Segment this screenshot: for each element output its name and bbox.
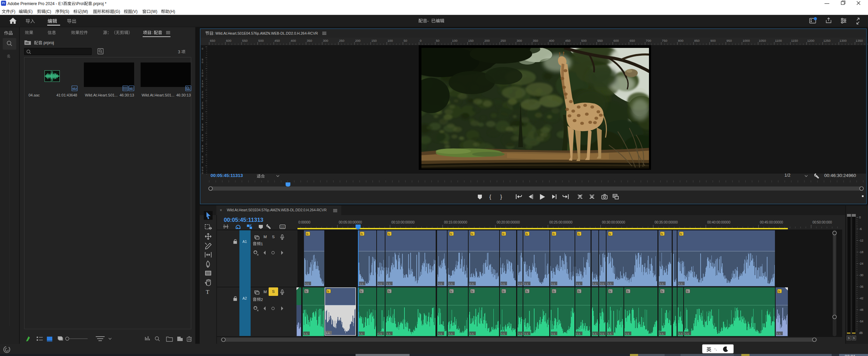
svg-text:-36: -36 <box>859 285 864 288</box>
svg-text:L-L: L-L <box>519 282 523 285</box>
svg-text:(E): (E) <box>27 9 33 14</box>
svg-text:L-L: L-L <box>660 332 664 335</box>
svg-text:1050: 1050 <box>759 39 766 42</box>
svg-text:(W): (W) <box>151 9 157 14</box>
svg-text:fx: fx <box>361 232 363 236</box>
svg-text:}: } <box>500 194 502 200</box>
svg-text:250: 250 <box>501 39 506 42</box>
svg-text:fx: fx <box>471 232 473 236</box>
svg-text:0: 0 <box>202 47 203 50</box>
svg-text:100: 100 <box>387 39 393 42</box>
svg-text:fx: fx <box>661 290 663 293</box>
svg-text:fx: fx <box>627 290 629 293</box>
svg-text:L-L: L-L <box>601 332 604 335</box>
svg-text:0: 0 <box>202 139 203 142</box>
svg-text:900: 900 <box>710 39 716 42</box>
svg-text:fx: fx <box>680 232 682 236</box>
svg-text:0: 0 <box>202 85 203 88</box>
svg-text:fx: fx <box>305 290 307 293</box>
svg-text:500: 500 <box>581 39 586 42</box>
svg-text:800: 800 <box>678 39 684 42</box>
svg-text:0: 0 <box>420 39 421 42</box>
svg-text:L-L: L-L <box>552 332 556 335</box>
svg-text:-: - <box>427 18 429 23</box>
svg-text:700: 700 <box>646 39 651 42</box>
svg-text:150: 150 <box>371 39 377 42</box>
svg-text:L-L: L-L <box>439 332 442 335</box>
svg-text:1250: 1250 <box>824 39 831 42</box>
svg-text:L-L: L-L <box>379 332 382 335</box>
svg-text:L-L: L-L <box>679 332 683 335</box>
svg-text:150: 150 <box>468 39 474 42</box>
svg-text:450: 450 <box>565 39 571 42</box>
svg-text:-24: -24 <box>859 262 864 265</box>
svg-text:(C): (C) <box>46 9 51 14</box>
svg-text:L-L: L-L <box>379 282 382 285</box>
svg-text:L-L: L-L <box>660 282 664 285</box>
svg-text:L-L: L-L <box>525 282 529 285</box>
svg-text:L-L: L-L <box>502 332 505 335</box>
svg-text:250: 250 <box>339 39 344 42</box>
svg-text:(V): (V) <box>132 9 138 14</box>
svg-text:L-L: L-L <box>304 332 308 335</box>
svg-text:0: 0 <box>202 172 203 175</box>
svg-text:L-L: L-L <box>387 332 391 335</box>
svg-text:L-L: L-L <box>626 332 630 335</box>
svg-text:L-L: L-L <box>593 282 597 285</box>
svg-text:CC: CC <box>281 226 285 229</box>
svg-text:(H): (H) <box>169 9 175 14</box>
svg-text:Adobe Premiere Pro 2024 - E:\: Adobe Premiere Pro 2024 - E:\ <box>7 1 64 6</box>
svg-text:L-L: L-L <box>686 332 689 335</box>
svg-text:650: 650 <box>210 39 215 42</box>
svg-text:-12: -12 <box>859 239 864 242</box>
svg-text:-30: -30 <box>859 273 864 277</box>
svg-text:fx: fx <box>388 290 390 293</box>
svg-text:50: 50 <box>436 39 440 42</box>
svg-text:600: 600 <box>226 39 232 42</box>
svg-text:550: 550 <box>597 39 603 42</box>
svg-text:L-L: L-L <box>593 332 597 335</box>
svg-text:(M): (M) <box>82 9 88 14</box>
svg-text:0: 0 <box>859 216 861 219</box>
svg-text:(S): (S) <box>64 9 69 14</box>
svg-text:0: 0 <box>202 150 203 153</box>
svg-text:300: 300 <box>323 39 328 42</box>
svg-text:400: 400 <box>291 39 296 42</box>
svg-text:650: 650 <box>630 39 635 42</box>
svg-text:-18: -18 <box>859 250 864 254</box>
svg-text:50: 50 <box>404 39 408 42</box>
svg-text:L-L: L-L <box>359 332 363 335</box>
svg-text:fx: fx <box>306 232 309 236</box>
svg-text:T: T <box>206 289 210 295</box>
svg-text:: Wild.At.Heart.S01E04.576p.AM: : Wild.At.Heart.S01E04.576p.AMZN.WEB-DL.… <box>214 31 318 35</box>
svg-text:-6: -6 <box>859 227 862 231</box>
svg-text:(F): (F) <box>10 9 15 14</box>
svg-text:fx: fx <box>450 232 452 236</box>
svg-text:L-L: L-L <box>608 332 612 335</box>
svg-text:L-L: L-L <box>470 332 474 335</box>
svg-text:L-L: L-L <box>387 282 391 285</box>
svg-text:1350: 1350 <box>856 39 863 42</box>
svg-text:(G): (G) <box>114 9 120 14</box>
svg-text:400: 400 <box>549 39 554 42</box>
svg-text:0: 0 <box>202 118 203 121</box>
svg-text:500: 500 <box>258 39 264 42</box>
svg-text:fx: fx <box>471 290 473 293</box>
svg-text:.prproj *: .prproj * <box>92 1 106 6</box>
svg-text:L-L: L-L <box>502 282 505 285</box>
svg-text:fx: fx <box>778 290 780 293</box>
svg-text:200: 200 <box>484 39 490 42</box>
svg-text:0: 0 <box>202 107 203 110</box>
svg-text:L-L: L-L <box>601 282 604 285</box>
svg-text:fx: fx <box>661 232 663 236</box>
svg-text:100: 100 <box>452 39 457 42</box>
svg-text:L-L: L-L <box>525 332 529 335</box>
svg-text:fx: fx <box>450 290 452 293</box>
svg-text:fx: fx <box>360 290 362 293</box>
svg-text:1000: 1000 <box>743 39 750 42</box>
svg-text:\Pro\: \Pro\ <box>75 1 84 6</box>
svg-text:850: 850 <box>694 39 700 42</box>
svg-text:fx: fx <box>388 232 390 236</box>
svg-text:200: 200 <box>355 39 361 42</box>
svg-text:fx: fx <box>578 232 580 236</box>
